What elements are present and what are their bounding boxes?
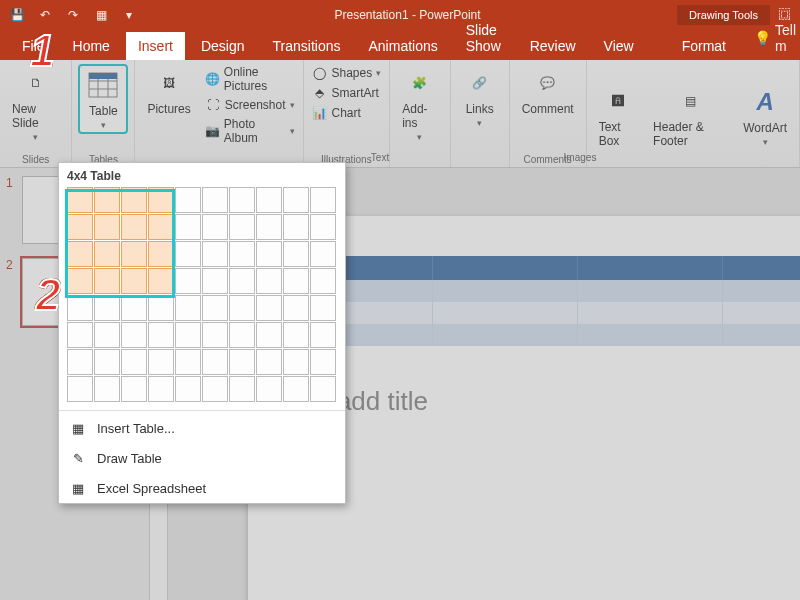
- grid-cell[interactable]: [148, 268, 174, 294]
- grid-cell[interactable]: [175, 268, 201, 294]
- grid-cell[interactable]: [202, 241, 228, 267]
- save-icon[interactable]: 💾: [8, 6, 26, 24]
- tab-transitions[interactable]: Transitions: [261, 32, 353, 60]
- tab-design[interactable]: Design: [189, 32, 257, 60]
- grid-cell[interactable]: [229, 376, 255, 402]
- tab-view[interactable]: View: [592, 32, 646, 60]
- online-pictures-button[interactable]: 🌐Online Pictures: [203, 64, 297, 94]
- grid-cell[interactable]: [94, 268, 120, 294]
- wordart-button[interactable]: AWordArt: [737, 83, 793, 149]
- grid-cell[interactable]: [310, 349, 336, 375]
- grid-cell[interactable]: [67, 187, 93, 213]
- grid-cell[interactable]: [67, 268, 93, 294]
- inserted-table[interactable]: [288, 256, 800, 346]
- grid-cell[interactable]: [283, 322, 309, 348]
- grid-cell[interactable]: [256, 187, 282, 213]
- grid-cell[interactable]: [121, 349, 147, 375]
- grid-cell[interactable]: [67, 376, 93, 402]
- grid-cell[interactable]: [121, 295, 147, 321]
- grid-cell[interactable]: [148, 187, 174, 213]
- grid-cell[interactable]: [121, 268, 147, 294]
- grid-cell[interactable]: [283, 376, 309, 402]
- grid-cell[interactable]: [283, 187, 309, 213]
- grid-cell[interactable]: [94, 241, 120, 267]
- grid-cell[interactable]: [148, 295, 174, 321]
- draw-table-item[interactable]: ✎Draw Table: [59, 443, 345, 473]
- grid-cell[interactable]: [283, 349, 309, 375]
- start-from-beginning-icon[interactable]: ▦: [92, 6, 110, 24]
- grid-cell[interactable]: [202, 349, 228, 375]
- tab-format[interactable]: Format: [670, 32, 738, 60]
- grid-cell[interactable]: [94, 376, 120, 402]
- grid-cell[interactable]: [121, 214, 147, 240]
- grid-cell[interactable]: [94, 295, 120, 321]
- insert-table-item[interactable]: ▦Insert Table...: [59, 413, 345, 443]
- excel-spreadsheet-item[interactable]: ▦Excel Spreadsheet: [59, 473, 345, 503]
- grid-cell[interactable]: [310, 214, 336, 240]
- grid-cell[interactable]: [121, 187, 147, 213]
- grid-cell[interactable]: [67, 349, 93, 375]
- grid-cell[interactable]: [175, 187, 201, 213]
- grid-cell[interactable]: [202, 214, 228, 240]
- grid-cell[interactable]: [256, 295, 282, 321]
- redo-icon[interactable]: ↷: [64, 6, 82, 24]
- tab-insert[interactable]: Insert: [126, 32, 185, 60]
- grid-cell[interactable]: [229, 241, 255, 267]
- grid-cell[interactable]: [175, 295, 201, 321]
- grid-cell[interactable]: [148, 214, 174, 240]
- grid-cell[interactable]: [256, 241, 282, 267]
- grid-cell[interactable]: [175, 376, 201, 402]
- grid-cell[interactable]: [256, 376, 282, 402]
- addins-button[interactable]: 🧩Add-ins: [396, 64, 443, 144]
- grid-cell[interactable]: [175, 349, 201, 375]
- tab-animations[interactable]: Animations: [356, 32, 449, 60]
- grid-cell[interactable]: [121, 241, 147, 267]
- grid-cell[interactable]: [94, 187, 120, 213]
- tab-home[interactable]: Home: [61, 32, 122, 60]
- grid-cell[interactable]: [94, 322, 120, 348]
- textbox-button[interactable]: 🅰Text Box: [593, 82, 643, 150]
- qat-more-icon[interactable]: ▾: [120, 6, 138, 24]
- comment-button[interactable]: 💬Comment: [516, 64, 580, 118]
- grid-cell[interactable]: [256, 214, 282, 240]
- grid-cell[interactable]: [310, 322, 336, 348]
- tab-review[interactable]: Review: [518, 32, 588, 60]
- grid-cell[interactable]: [94, 349, 120, 375]
- tell-me[interactable]: 💡Tell m: [742, 16, 800, 60]
- grid-cell[interactable]: [202, 187, 228, 213]
- grid-cell[interactable]: [283, 214, 309, 240]
- grid-cell[interactable]: [256, 322, 282, 348]
- table-button[interactable]: Table: [78, 64, 128, 134]
- grid-cell[interactable]: [229, 268, 255, 294]
- grid-cell[interactable]: [229, 214, 255, 240]
- grid-cell[interactable]: [283, 295, 309, 321]
- grid-cell[interactable]: [310, 376, 336, 402]
- grid-cell[interactable]: [67, 295, 93, 321]
- grid-cell[interactable]: [202, 322, 228, 348]
- screenshot-button[interactable]: ⛶Screenshot: [203, 96, 297, 114]
- grid-cell[interactable]: [202, 268, 228, 294]
- grid-cell[interactable]: [175, 241, 201, 267]
- grid-cell[interactable]: [229, 322, 255, 348]
- tab-slideshow[interactable]: Slide Show: [454, 16, 514, 60]
- grid-cell[interactable]: [94, 214, 120, 240]
- undo-icon[interactable]: ↶: [36, 6, 54, 24]
- grid-cell[interactable]: [202, 295, 228, 321]
- grid-cell[interactable]: [283, 268, 309, 294]
- grid-cell[interactable]: [310, 268, 336, 294]
- grid-cell[interactable]: [229, 349, 255, 375]
- links-button[interactable]: 🔗Links: [457, 64, 503, 130]
- grid-cell[interactable]: [202, 376, 228, 402]
- grid-cell[interactable]: [256, 268, 282, 294]
- grid-cell[interactable]: [121, 376, 147, 402]
- grid-cell[interactable]: [67, 214, 93, 240]
- pictures-button[interactable]: 🖼 Pictures: [141, 64, 196, 118]
- table-size-grid[interactable]: [59, 187, 345, 408]
- grid-cell[interactable]: [121, 322, 147, 348]
- shapes-button[interactable]: ◯Shapes: [310, 64, 384, 82]
- grid-cell[interactable]: [148, 241, 174, 267]
- grid-cell[interactable]: [256, 349, 282, 375]
- new-slide-button[interactable]: 🗋 New Slide: [6, 64, 65, 144]
- grid-cell[interactable]: [229, 295, 255, 321]
- photo-album-button[interactable]: 📷Photo Album: [203, 116, 297, 146]
